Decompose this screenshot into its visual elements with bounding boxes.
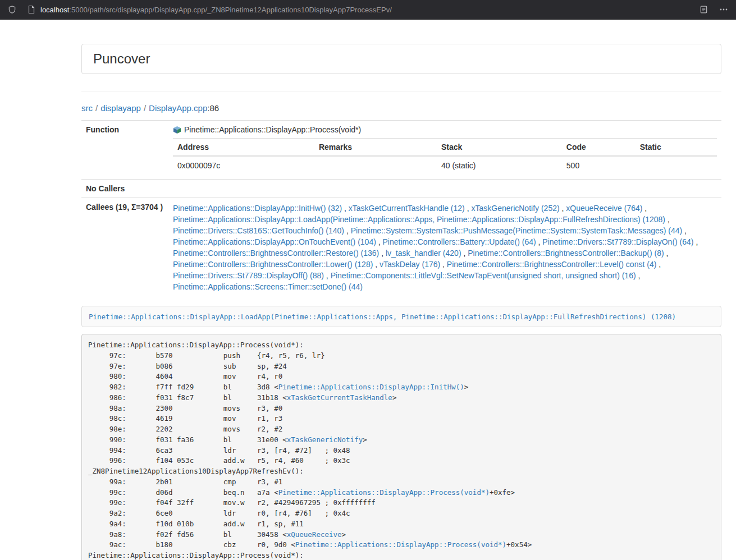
line-number: :86	[207, 103, 219, 113]
url-text[interactable]: localhost:5000/path/src/displayapp/Displ…	[40, 6, 392, 14]
breadcrumb: src/displayapp/DisplayApp.cpp:86	[81, 103, 721, 113]
callee-link[interactable]: xTaskGetCurrentTaskHandle (12)	[349, 204, 465, 213]
callee-separator: ,	[440, 260, 447, 269]
callee-link[interactable]: Pinetime::Controllers::BrightnessControl…	[173, 260, 373, 269]
callee-link[interactable]: Pinetime::Drivers::Cst816S::GetTouchInfo…	[173, 226, 344, 235]
address-cell: 0x0000097c	[173, 156, 314, 175]
callee-separator: ,	[656, 260, 661, 269]
disassembly-code-block: Pinetime::Applications::DisplayApp::Proc…	[81, 334, 721, 560]
url-bar[interactable]: localhost:5000/path/src/displayapp/Displ…	[28, 5, 694, 14]
col-code: Code	[562, 139, 636, 157]
callee-separator: ,	[694, 237, 698, 246]
reader-view-icon[interactable]	[700, 5, 708, 14]
function-label: Function	[81, 121, 168, 180]
callee-separator: ,	[342, 204, 349, 213]
col-remarks: Remarks	[314, 139, 437, 157]
no-callers-label: No Callers	[81, 180, 168, 198]
breadcrumb-link-displayapp[interactable]: displayapp	[100, 103, 141, 113]
callee-link[interactable]: Pinetime::Applications::DisplayApp::Init…	[173, 204, 342, 213]
function-detail-cell: Pinetime::Applications::DisplayApp::Proc…	[168, 121, 721, 180]
table-row: 0x0000097c 40 (static) 500	[173, 156, 717, 175]
callee-separator: ,	[664, 249, 669, 258]
shield-icon[interactable]	[8, 5, 16, 14]
callee-link[interactable]: Pinetime::Controllers::BrightnessControl…	[447, 260, 656, 269]
callees-list: Pinetime::Applications::DisplayApp::Init…	[168, 198, 721, 297]
code-symbol-link[interactable]: Pinetime::Applications::DisplayApp::Proc…	[278, 488, 490, 497]
page-title-panel: Puncover	[81, 44, 721, 74]
callee-link[interactable]: vTaskDelay (176)	[380, 260, 440, 269]
function-row: Function Pinetime::Applications::Display…	[81, 121, 721, 180]
callee-separator: ,	[373, 260, 380, 269]
code-symbol-link[interactable]: xTaskGenericNotify	[287, 435, 363, 444]
callee-link[interactable]: Pinetime::Applications::DisplayApp::Load…	[173, 215, 665, 224]
callees-label: Callees (19, Σ=3704 )	[81, 198, 168, 297]
menu-ellipsis-icon[interactable]	[719, 5, 728, 14]
callee-separator: ,	[642, 204, 647, 213]
breadcrumb-separator: /	[144, 103, 146, 113]
function-icon	[173, 126, 181, 134]
col-address: Address	[173, 139, 314, 157]
function-name: Pinetime::Applications::DisplayApp::Proc…	[184, 125, 361, 134]
callee-link[interactable]: Pinetime::System::SystemTask::PushMessag…	[351, 226, 683, 235]
highlighted-callee-link[interactable]: Pinetime::Applications::DisplayApp::Load…	[89, 313, 676, 321]
code-cell: 500	[562, 156, 636, 175]
callee-separator: ,	[636, 271, 641, 280]
page-icon	[28, 5, 35, 14]
page-container: Puncover src/displayapp/DisplayApp.cpp:8…	[81, 44, 721, 560]
breadcrumb-link-src[interactable]: src	[81, 103, 93, 113]
callee-separator: ,	[376, 237, 383, 246]
code-symbol-link[interactable]: xQueueReceive	[287, 530, 342, 539]
code-symbol-link[interactable]: xTaskGetCurrentTaskHandle	[287, 393, 392, 402]
callee-separator: ,	[324, 271, 331, 280]
callee-link[interactable]: lv_task_handler (420)	[386, 249, 461, 258]
callee-link[interactable]: Pinetime::Applications::Screens::Timer::…	[173, 282, 363, 291]
breadcrumb-link-file[interactable]: DisplayApp.cpp	[149, 103, 207, 113]
callers-cell	[168, 180, 721, 198]
callee-link[interactable]: xQueueReceive (764)	[566, 204, 642, 213]
col-static: Static	[636, 139, 717, 157]
callee-separator: ,	[379, 249, 386, 258]
remarks-cell	[314, 156, 437, 175]
details-header-row: Address Remarks Stack Code Static	[173, 139, 717, 157]
callee-separator: ,	[665, 215, 670, 224]
callee-link[interactable]: Pinetime::Controllers::BrightnessControl…	[468, 249, 664, 258]
callee-link[interactable]: Pinetime::Controllers::BrightnessControl…	[173, 249, 379, 258]
function-details-table: Address Remarks Stack Code Static 0x0000…	[173, 138, 717, 175]
callee-separator: ,	[560, 204, 566, 213]
col-stack: Stack	[437, 139, 562, 157]
callee-link[interactable]: Pinetime::Components::LittleVgl::SetNewT…	[331, 271, 636, 280]
static-cell	[636, 156, 717, 175]
url-host: localhost	[40, 6, 69, 14]
callee-link[interactable]: Pinetime::Drivers::St7789::DisplayOn() (…	[542, 237, 693, 246]
code-symbol-link[interactable]: Pinetime::Applications::DisplayApp::Init…	[278, 383, 464, 391]
callee-separator: ,	[344, 226, 351, 235]
function-table: Function Pinetime::Applications::Display…	[81, 120, 721, 297]
callees-row: Callees (19, Σ=3704 ) Pinetime::Applicat…	[81, 198, 721, 297]
callee-separator: ,	[461, 249, 468, 258]
callee-link[interactable]: Pinetime::Controllers::Battery::Update()…	[383, 237, 536, 246]
breadcrumb-separator: /	[95, 103, 98, 113]
no-callers-row: No Callers	[81, 180, 721, 198]
callee-link[interactable]: xTaskGenericNotify (252)	[471, 204, 559, 213]
callee-separator: ,	[465, 204, 472, 213]
callee-separator: ,	[536, 237, 543, 246]
url-path: :5000/path/src/displayapp/DisplayApp.cpp…	[69, 6, 392, 14]
code-symbol-link[interactable]: Pinetime::Applications::DisplayApp::Proc…	[295, 540, 506, 549]
browser-toolbar: localhost:5000/path/src/displayapp/Displ…	[0, 0, 736, 20]
highlighted-callee-box: Pinetime::Applications::DisplayApp::Load…	[81, 306, 721, 327]
callee-separator: ,	[682, 226, 687, 235]
section-divider	[81, 91, 721, 91]
callee-link[interactable]: Pinetime::Applications::DisplayApp::OnTo…	[173, 237, 376, 246]
disassembly-content: Pinetime::Applications::DisplayApp::Proc…	[88, 341, 532, 560]
page-title: Puncover	[93, 51, 150, 66]
stack-cell: 40 (static)	[437, 156, 562, 175]
callee-link[interactable]: Pinetime::Drivers::St7789::DisplayOff() …	[173, 271, 324, 280]
